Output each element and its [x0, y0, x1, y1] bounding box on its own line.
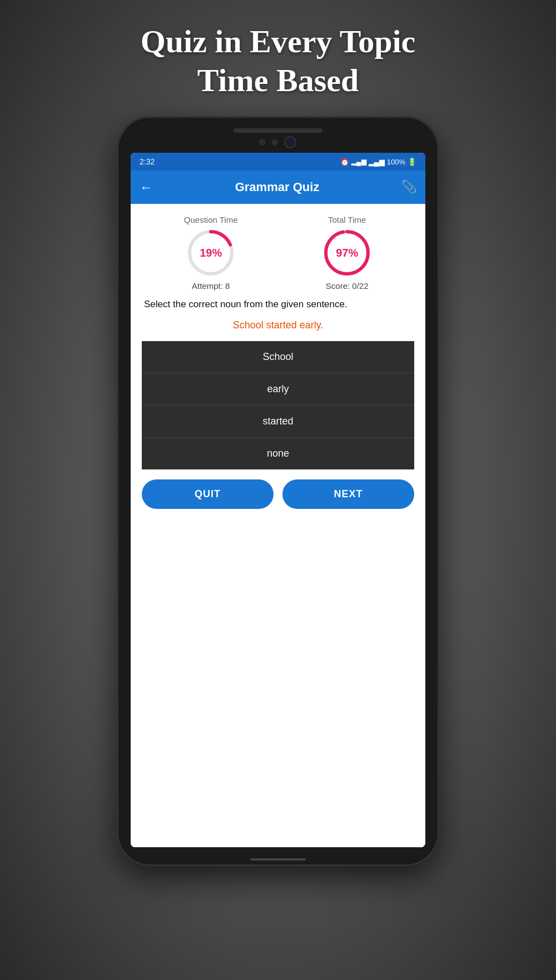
options-list: School early started none — [142, 341, 414, 469]
total-time-percent: 97% — [336, 247, 358, 259]
score-label: Score: 0/22 — [326, 281, 369, 291]
question-time-block: Question Time 19% Attempt: 8 — [184, 215, 238, 291]
next-button[interactable]: NEXT — [282, 479, 414, 509]
phone-bottom — [250, 858, 306, 866]
question-time-circle: 19% — [186, 228, 236, 278]
question-time-label: Question Time — [184, 215, 238, 224]
option-started[interactable]: started — [142, 406, 414, 438]
status-bar: 2:32 ⏰ ▂▄▆ ▂▄▆ 100% 🔋 — [131, 153, 425, 171]
phone-speaker — [234, 128, 322, 133]
status-time: 2:32 — [140, 157, 155, 166]
phone-camera — [284, 136, 296, 148]
quiz-sentence: School started early. — [142, 319, 414, 331]
quit-button[interactable]: QUIT — [142, 479, 274, 509]
alarm-icon: ⏰ — [340, 158, 349, 166]
total-time-circle: 97% — [322, 228, 372, 278]
phone-device: 2:32 ⏰ ▂▄▆ ▂▄▆ 100% 🔋 ← Grammar Quiz 📎 Q… — [117, 116, 439, 866]
battery-text: 100% — [387, 158, 405, 166]
option-school[interactable]: School — [142, 341, 414, 373]
phone-screen: 2:32 ⏰ ▂▄▆ ▂▄▆ 100% 🔋 ← Grammar Quiz 📎 Q… — [131, 153, 425, 847]
wifi-icon: ▂▄▆ — [369, 158, 385, 166]
status-right: ⏰ ▂▄▆ ▂▄▆ 100% 🔋 — [340, 158, 416, 166]
bottom-buttons: QUIT NEXT — [142, 479, 414, 511]
back-button[interactable]: ← — [140, 180, 153, 195]
option-none[interactable]: none — [142, 438, 414, 469]
phone-dot-center — [272, 139, 277, 145]
question-text: Select the correct noun from the given s… — [142, 297, 414, 312]
page-title: Quiz in Every Topic Time Based — [141, 22, 416, 99]
battery-icon: 🔋 — [408, 158, 416, 166]
app-title: Grammar Quiz — [235, 180, 320, 194]
attempt-label: Attempt: 8 — [192, 281, 230, 291]
content-area: Question Time 19% Attempt: 8 — [131, 204, 425, 847]
option-early[interactable]: early — [142, 373, 414, 406]
phone-dot-left — [260, 139, 265, 145]
timers-row: Question Time 19% Attempt: 8 — [142, 215, 414, 291]
total-time-block: Total Time 97% Score: 0/22 — [322, 215, 372, 291]
mic-icon[interactable]: 📎 — [401, 180, 416, 194]
signal-icon: ▂▄▆ — [351, 158, 366, 166]
question-time-percent: 19% — [200, 247, 222, 259]
total-time-label: Total Time — [328, 215, 366, 224]
app-bar: ← Grammar Quiz 📎 — [131, 171, 425, 204]
home-bar — [250, 858, 306, 861]
phone-camera-area — [260, 136, 296, 148]
